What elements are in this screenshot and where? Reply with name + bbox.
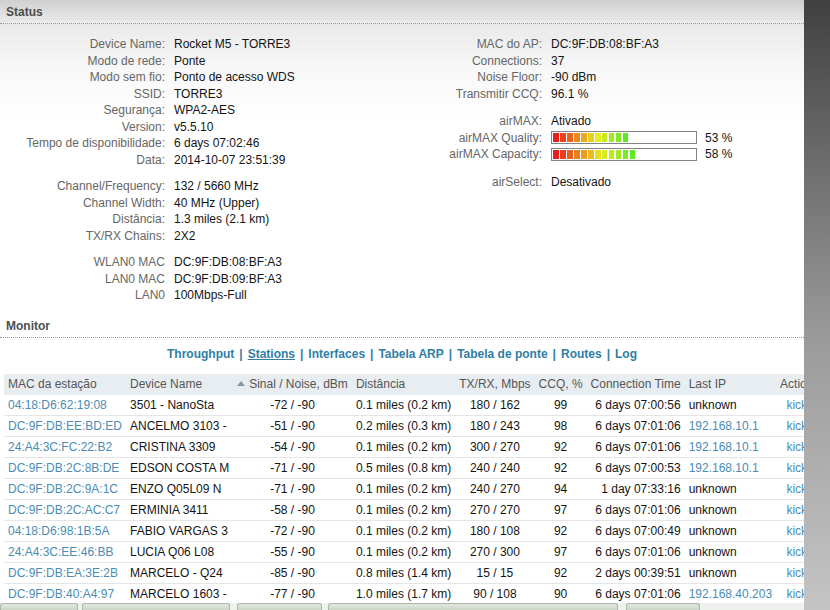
- station-connection-time-cell: 6 days 07:00:49: [587, 521, 685, 542]
- status-label: Channel Width:: [0, 196, 165, 210]
- station-signal-cell: -71 / -90: [233, 479, 352, 500]
- status-label: Noise Floor:: [412, 70, 542, 84]
- status-row: Channel Width:40 MHz (Upper): [0, 195, 412, 212]
- station-mac-link[interactable]: 24:A4:3C:FC:22:B2: [8, 440, 112, 454]
- status-row: WLAN0 MACDC:9F:DB:08:BF:A3: [0, 254, 412, 271]
- stations-table: MAC da estaçãoDevice NameSinal / Noise, …: [4, 374, 817, 610]
- status-label: airMAX:: [412, 114, 542, 128]
- station-device-name-cell: 3501 - NanoSta: [126, 395, 233, 416]
- station-ip-link[interactable]: 192.168.10.1: [689, 461, 759, 475]
- station-ccq-cell: 97: [535, 500, 587, 521]
- station-ip-link[interactable]: 192.168.10.1: [689, 440, 759, 454]
- station-connection-time-cell: 6 days 07:01:06: [587, 416, 685, 437]
- station-mac-link[interactable]: 04:18:D6:62:19:08: [8, 398, 107, 412]
- station-mac-link[interactable]: DC:9F:DB:2C:9A:1C: [8, 482, 118, 496]
- meter-segment: [567, 150, 573, 159]
- tab-log[interactable]: Log: [615, 347, 637, 361]
- sort-ascending-icon[interactable]: [237, 381, 245, 386]
- station-mac-cell: 24:A4:3C:EE:46:BB: [4, 542, 126, 563]
- station-device-name-cell: ERMINIA 3411: [126, 500, 233, 521]
- station-mac-link[interactable]: 04:18:D6:98:1B:5A: [8, 524, 109, 538]
- stations-table-header-row: MAC da estaçãoDevice NameSinal / Noise, …: [4, 374, 817, 395]
- status-label: Device Name:: [0, 37, 165, 51]
- station-distance-cell: 0.1 miles (0.2 km): [352, 437, 455, 458]
- table-row: 04:18:D6:98:1B:5AFABIO VARGAS 3-72 / -90…: [4, 521, 817, 542]
- meter-segment: [609, 133, 615, 142]
- tab-tabela-de-ponte[interactable]: Tabela de ponte: [457, 347, 547, 361]
- station-connection-time-cell: 6 days 07:00:56: [587, 395, 685, 416]
- meter-segment: [595, 133, 601, 142]
- station-signal-cell: -72 / -90: [233, 395, 352, 416]
- station-ip-text: unknown: [689, 524, 737, 538]
- station-distance-cell: 0.8 miles (1.4 km): [352, 563, 455, 584]
- station-txrx-cell: 270 / 270: [455, 500, 534, 521]
- table-row: DC:9F:DB:EE:BD:EDANCELMO 3103 --51 / -90…: [4, 416, 817, 437]
- table-row: 04:18:D6:62:19:083501 - NanoSta-72 / -90…: [4, 395, 817, 416]
- station-ip-text: unknown: [689, 566, 737, 580]
- station-device-name-cell: CRISTINA 3309: [126, 437, 233, 458]
- taskbar-button[interactable]: [328, 603, 618, 610]
- taskbar-button[interactable]: [0, 603, 78, 610]
- station-signal-cell: -58 / -90: [233, 500, 352, 521]
- taskbar-button[interactable]: [626, 603, 700, 610]
- tab-tabela-arp[interactable]: Tabela ARP: [378, 347, 443, 361]
- station-txrx-cell: 180 / 162: [455, 395, 534, 416]
- status-value: DC:9F:DB:08:BF:A3: [551, 37, 659, 51]
- station-signal-cell: -77 / -90: [233, 584, 352, 605]
- station-mac-cell: DC:9F:DB:EA:3E:2B: [4, 563, 126, 584]
- station-mac-link[interactable]: DC:9F:DB:40:A4:97: [8, 587, 114, 601]
- station-ip-link[interactable]: 192.168.40.203: [689, 587, 772, 601]
- station-txrx-cell: 90 / 108: [455, 584, 534, 605]
- status-value: WPA2-AES: [174, 103, 235, 117]
- meter-segment: [560, 150, 566, 159]
- station-last-ip-cell: unknown: [685, 500, 776, 521]
- station-mac-link[interactable]: DC:9F:DB:2C:8B:DE: [8, 461, 119, 475]
- status-row: MAC do AP:DC:9F:DB:08:BF:A3: [412, 36, 804, 53]
- status-label: Channel/Frequency:: [0, 179, 165, 193]
- status-row: Data:2014-10-07 23:51:39: [0, 152, 412, 169]
- station-mac-link[interactable]: DC:9F:DB:2C:AC:C7: [8, 503, 120, 517]
- table-row: 24:A4:3C:FC:22:B2CRISTINA 3309-54 / -900…: [4, 437, 817, 458]
- station-ip-text: unknown: [689, 398, 737, 412]
- station-ip-link[interactable]: 192.168.10.1: [689, 419, 759, 433]
- station-mac-cell: DC:9F:DB:EE:BD:ED: [4, 416, 126, 437]
- meter-segment: [581, 133, 587, 142]
- status-label: Modo sem fio:: [0, 70, 165, 84]
- status-label: Tempo de disponibilidade:: [0, 136, 165, 150]
- column-header-dist: Distância: [352, 374, 455, 395]
- station-device-name-cell: LUCIA Q06 L08: [126, 542, 233, 563]
- station-mac-link[interactable]: DC:9F:DB:EE:BD:ED: [8, 419, 122, 433]
- column-header-sig[interactable]: Sinal / Noise, dBm: [233, 374, 352, 395]
- status-value: 2014-10-07 23:51:39: [174, 153, 285, 167]
- station-ccq-cell: 92: [535, 437, 587, 458]
- status-value: 6 days 07:02:46: [174, 136, 259, 150]
- station-connection-time-cell: 1 day 07:33:16: [587, 479, 685, 500]
- station-ccq-cell: 97: [535, 542, 587, 563]
- tab-stations[interactable]: Stations: [248, 347, 295, 361]
- table-row: DC:9F:DB:2C:AC:C7ERMINIA 3411-58 / -900.…: [4, 500, 817, 521]
- station-txrx-cell: 240 / 240: [455, 458, 534, 479]
- status-value: 2X2: [174, 229, 195, 243]
- column-header-conn: Connection Time: [587, 374, 685, 395]
- status-title: Status: [6, 5, 43, 19]
- column-header-mac: MAC da estação: [4, 374, 126, 395]
- station-ip-text: unknown: [689, 545, 737, 559]
- status-value: v5.5.10: [174, 120, 213, 134]
- tab-routes[interactable]: Routes: [561, 347, 602, 361]
- tab-separator: |: [607, 347, 610, 361]
- taskbar-button[interactable]: [237, 603, 322, 610]
- station-mac-link[interactable]: 24:A4:3C:EE:46:BB: [8, 545, 113, 559]
- tab-interfaces[interactable]: Interfaces: [308, 347, 365, 361]
- meter-segment: [602, 133, 608, 142]
- status-row: Modo sem fio:Ponto de acesso WDS: [0, 69, 412, 86]
- tab-throughput[interactable]: Throughput: [167, 347, 234, 361]
- status-row: Channel/Frequency:132 / 5660 MHz: [0, 178, 412, 195]
- meter-segment: [588, 133, 594, 142]
- meter-segment: [553, 133, 559, 142]
- station-mac-cell: 04:18:D6:62:19:08: [4, 395, 126, 416]
- taskbar-button[interactable]: [82, 603, 230, 610]
- status-value: 37: [551, 54, 564, 68]
- status-row: LAN0100Mbps-Full: [0, 287, 412, 304]
- station-mac-link[interactable]: DC:9F:DB:EA:3E:2B: [8, 566, 118, 580]
- status-group-left-0: Device Name:Rocket M5 - TORRE3Modo de re…: [0, 36, 412, 168]
